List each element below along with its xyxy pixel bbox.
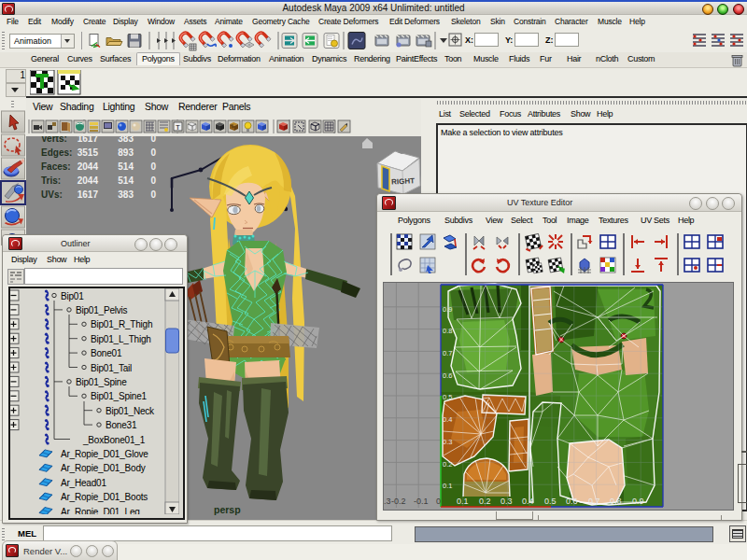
svg-text:0.2: 0.2 xyxy=(443,460,452,469)
svg-text:0.2: 0.2 xyxy=(479,497,491,506)
svg-text:0.3: 0.3 xyxy=(500,497,513,506)
svg-text:persp: persp xyxy=(214,504,241,515)
svg-text:UVs:: UVs: xyxy=(41,189,63,200)
svg-text:Ar_Ropie_D01_Body: Ar_Ropie_D01_Body xyxy=(61,463,146,473)
svg-text:0.9: 0.9 xyxy=(632,497,644,506)
svg-text:0.1: 0.1 xyxy=(443,482,452,490)
svg-text:RIGHT: RIGHT xyxy=(391,176,415,186)
svg-text:383: 383 xyxy=(118,136,134,144)
svg-text:383: 383 xyxy=(118,189,134,200)
svg-text:0: 0 xyxy=(436,497,441,506)
svg-text:Bip01_Neck: Bip01_Neck xyxy=(106,406,155,416)
svg-text:.3: .3 xyxy=(384,497,391,506)
svg-text:0.4: 0.4 xyxy=(522,497,534,506)
svg-text:0.5: 0.5 xyxy=(443,393,452,401)
svg-text:Bone31: Bone31 xyxy=(106,420,137,430)
svg-text:2044: 2044 xyxy=(78,161,99,172)
svg-text:0.7: 0.7 xyxy=(443,349,452,357)
svg-text:514: 514 xyxy=(118,175,134,186)
svg-text:Bip01_Spine: Bip01_Spine xyxy=(76,377,127,387)
svg-text:0.8: 0.8 xyxy=(443,327,452,335)
svg-text:Bip01_Spine1: Bip01_Spine1 xyxy=(91,391,148,401)
svg-text:Bip01_L_Thigh: Bip01_L_Thigh xyxy=(91,334,151,344)
svg-text:Verts:: Verts: xyxy=(41,136,67,144)
svg-text:1617: 1617 xyxy=(78,136,99,144)
svg-text:Bip01_Pelvis: Bip01_Pelvis xyxy=(76,305,128,315)
svg-text:0.9: 0.9 xyxy=(443,305,452,314)
svg-text:0.3: 0.3 xyxy=(443,438,452,446)
svg-text:0: 0 xyxy=(150,136,156,144)
svg-text:Faces:: Faces: xyxy=(41,161,71,172)
svg-text:0.6: 0.6 xyxy=(566,497,578,506)
svg-text:-0.2: -0.2 xyxy=(391,497,406,506)
svg-text:Ar_Ropie_D01_Boots: Ar_Ropie_D01_Boots xyxy=(61,492,148,502)
svg-text:0: 0 xyxy=(150,161,156,172)
svg-text:0.4: 0.4 xyxy=(443,415,452,424)
svg-text:Edges:: Edges: xyxy=(41,147,72,158)
svg-text:Ar_Ropie_D01_Glove: Ar_Ropie_D01_Glove xyxy=(61,449,148,459)
svg-text:0.7: 0.7 xyxy=(588,497,600,506)
svg-text:514: 514 xyxy=(118,161,134,172)
svg-text:1617: 1617 xyxy=(78,189,99,200)
svg-text:893: 893 xyxy=(118,147,134,158)
svg-text:Bip01_R_Thigh: Bip01_R_Thigh xyxy=(91,319,152,329)
svg-text:Ar_Ropie_D01_Leg: Ar_Ropie_D01_Leg xyxy=(61,507,140,515)
svg-text:3515: 3515 xyxy=(78,147,99,158)
svg-text:_BoxBone01_1: _BoxBone01_1 xyxy=(82,435,146,445)
svg-text:Bip01: Bip01 xyxy=(61,291,84,301)
svg-text:Bip01_Tail: Bip01_Tail xyxy=(91,363,132,373)
svg-text:0: 0 xyxy=(150,147,156,158)
svg-text:0: 0 xyxy=(150,189,156,200)
svg-text:Bone01: Bone01 xyxy=(91,348,122,358)
svg-text:0.6: 0.6 xyxy=(443,371,452,380)
svg-text:Ar_Head01: Ar_Head01 xyxy=(61,478,106,488)
svg-text:0.1: 0.1 xyxy=(457,497,469,506)
svg-text:2044: 2044 xyxy=(78,175,99,186)
svg-text:-0.1: -0.1 xyxy=(414,497,429,506)
svg-text:T: T xyxy=(176,123,180,132)
svg-text:0: 0 xyxy=(150,175,156,186)
svg-text:0.5: 0.5 xyxy=(544,497,557,506)
svg-text:Tris:: Tris: xyxy=(41,175,61,186)
svg-text:0.8: 0.8 xyxy=(610,497,622,506)
